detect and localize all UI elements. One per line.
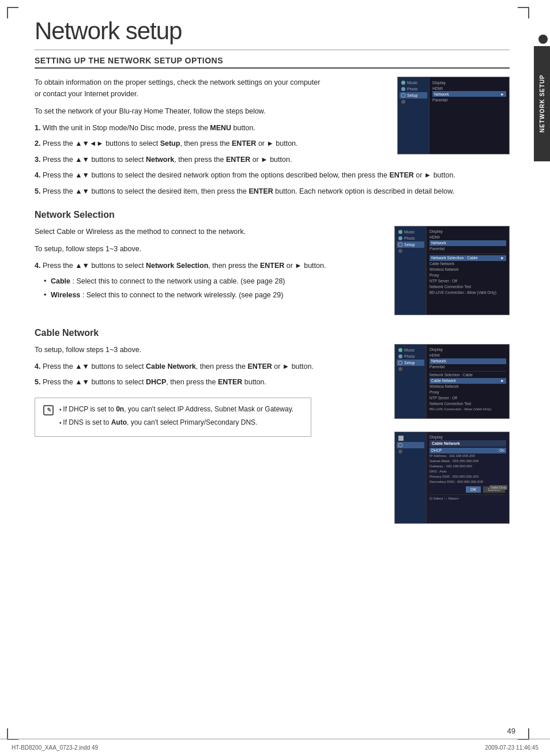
s4-secondary-dns: Secondary DNS : 000.000.000.000 xyxy=(430,479,506,485)
note-item-1: If DHCP is set to 0n, you can't select I… xyxy=(59,404,303,415)
network-selection-section: Select Cable or Wireless as the method t… xyxy=(35,226,510,315)
s2-parental: Parental xyxy=(430,246,506,252)
s2-display: Display xyxy=(430,229,506,235)
intro-text-1: To obtain information on the proper sett… xyxy=(35,77,323,100)
note-box: ✎ If DHCP is set to 0n, you can't select… xyxy=(35,398,311,437)
screen4-music xyxy=(397,434,424,442)
network-selection-heading: Network Selection xyxy=(35,210,510,220)
s2-netsel: Network Selection : Cable► xyxy=(430,255,506,261)
side-dot xyxy=(538,35,548,44)
s4-dns: DNS : Auto xyxy=(430,469,506,474)
network-selection-intro: Select Cable or Wireless as the method t… xyxy=(35,226,323,237)
screen3-music: Music xyxy=(397,347,424,353)
step-2: 2. Press the ▲▼◄► buttons to select Setu… xyxy=(35,138,386,149)
screen3-photo: Photo xyxy=(397,353,424,360)
s4-dhcp: DHCP : On xyxy=(430,448,506,453)
screen3-setup: Setup xyxy=(397,360,424,366)
corner-mark-bl xyxy=(7,728,18,740)
screen-parental: Parental xyxy=(432,97,506,103)
s3-ntp: NTP Server : Off xyxy=(430,395,506,401)
cable-network-section: To setup, follow steps 1~3 above. 4. Pre… xyxy=(35,344,510,524)
corner-mark-tr xyxy=(518,7,529,18)
s2-hdmi: HDMI xyxy=(430,235,506,240)
page-title: Network setup xyxy=(35,17,510,50)
screen3-left: Music Photo Setup xyxy=(395,345,427,418)
screen2-setup: Setup xyxy=(397,241,424,248)
s4-gateway: Gateway : 192.168.000.000 xyxy=(430,464,506,469)
note-content: If DHCP is set to 0n, you can't select I… xyxy=(59,404,303,428)
screen3-extra xyxy=(397,366,424,372)
cable-network-heading: Cable Network xyxy=(35,328,510,338)
s2-bdlive: BD-LIVE Connection : Allow (Valid Only) xyxy=(430,290,506,296)
s4-display: Display xyxy=(430,434,506,440)
s3-nettest: Network Connection Test xyxy=(430,401,506,407)
intro-section: To obtain information on the proper sett… xyxy=(35,77,510,170)
screen2-photo: Photo xyxy=(397,235,424,241)
cable-follow: To setup, follow steps 1~3 above. xyxy=(35,344,323,356)
screen4-setup xyxy=(397,442,424,448)
s3-hdmi: HDMI xyxy=(430,353,506,358)
cn-step-5: 5. Press the ▲▼ buttons to select DHCP, … xyxy=(35,377,383,388)
screen4-ok-button: OK xyxy=(466,486,481,493)
cable-network-steps: To setup, follow steps 1~3 above. 4. Pre… xyxy=(35,344,383,441)
screen4-left xyxy=(395,432,427,523)
s2-network: Network xyxy=(430,240,506,246)
screen-menu-photo: Photo xyxy=(400,86,427,92)
s3-display: Display xyxy=(430,347,506,353)
screen-menu-music: Music xyxy=(400,80,427,86)
note-icon: ✎ xyxy=(43,405,54,415)
s4-primary-dns: Primary DNS : 000.000.000.200 xyxy=(430,474,506,479)
s2-cable: Cable Network xyxy=(430,261,506,267)
s4-subnet: Subnet Mask : 255.255.000.000 xyxy=(430,459,506,464)
screen-display: Display xyxy=(432,80,506,85)
screen3-right: Display HDMI Network Parental Network Se… xyxy=(427,345,509,418)
corner-mark-tl xyxy=(7,7,18,18)
cable-screens: Music Photo Setup xyxy=(394,344,510,524)
step-3: 3. Press the ▲▼ buttons to select Networ… xyxy=(35,154,386,165)
s2-wireless: Wireless Network xyxy=(430,267,506,273)
network-selection-steps: Select Cable or Wireless as the method t… xyxy=(35,226,383,303)
screen-network: Network► xyxy=(432,91,506,97)
bottom-bar: HT-BD8200_XAA_0723-2.indd 49 2009-07-23 … xyxy=(0,739,550,756)
screen4-extra xyxy=(397,448,424,455)
screen4-right: Display Cable Network DHCP : On IP Addre… xyxy=(427,432,509,523)
ns-bullet-list: Cable : Select this to connect to the ne… xyxy=(44,276,383,301)
page-number: 49 xyxy=(507,727,515,735)
screen-image-2: Music Photo Setup xyxy=(394,226,510,315)
main-content: Network setup SETTING UP THE NETWORK SET… xyxy=(0,0,533,558)
side-tab: NETWORK SETUP xyxy=(534,46,550,161)
screen-menu-setup: Setup xyxy=(400,92,427,99)
s3-wireless: Wireless Network xyxy=(430,384,506,390)
screen-left-menu: Music Photo Setup xyxy=(398,77,430,154)
screen-image-4: Display Cable Network DHCP : On IP Addre… xyxy=(394,432,510,524)
s3-parental: Parental xyxy=(430,364,506,370)
s3-proxy: Proxy xyxy=(430,390,506,395)
valid-only-badge: Valid Only xyxy=(489,485,507,490)
s2-ntp: NTP Server : Off xyxy=(430,278,506,284)
s3-bdlive: BD-LIVE Connection : Allow (Valid Only) xyxy=(430,407,506,412)
screen4-footer: ⊡ Select ↑↓ Return xyxy=(430,494,506,500)
screen-image-3: Music Photo Setup xyxy=(394,344,510,419)
section-heading: SETTING UP THE NETWORK SETUP OPTIONS xyxy=(35,56,510,69)
ns-step-4: 4. Press the ▲▼ buttons to select Networ… xyxy=(35,260,383,271)
steps-column: To obtain information on the proper sett… xyxy=(35,77,386,170)
s4-ip: IP Address : 192.168.000.200 xyxy=(430,453,506,459)
s2-nettest: Network Connection Test xyxy=(430,284,506,290)
ns-wireless-bullet: Wireless : Select this to connect to the… xyxy=(44,290,383,301)
screen2-left: Music Photo Setup xyxy=(395,226,427,315)
screen-right-content: Display HDMI Network► Parental xyxy=(430,77,509,154)
bottom-left-text: HT-BD8200_XAA_0723-2.indd 49 xyxy=(12,744,98,751)
corner-mark-br xyxy=(518,728,529,740)
screen2-music: Music xyxy=(397,229,424,235)
step-4: 4. Press the ▲▼ buttons to select the de… xyxy=(35,170,510,181)
page: NETWORK SETUP Network setup SETTING UP T… xyxy=(0,0,550,756)
screen-image-1: Music Photo Setup xyxy=(397,77,510,154)
step-5: 5. Press the ▲▼ buttons to select the de… xyxy=(35,186,510,197)
s3-cable: Cable Network► xyxy=(430,378,506,384)
note-item-2: If DNS is set to Auto, you can't select … xyxy=(59,417,303,428)
network-selection-follow: To setup, follow steps 1~3 above. xyxy=(35,243,323,255)
step-1: 1. With the unit in Stop mode/No Disc mo… xyxy=(35,123,386,134)
intro-text-2: To set the network of your Blu-ray Home … xyxy=(35,105,323,117)
s2-proxy: Proxy xyxy=(430,273,506,278)
cn-step-4: 4. Press the ▲▼ buttons to select Cable … xyxy=(35,361,383,372)
